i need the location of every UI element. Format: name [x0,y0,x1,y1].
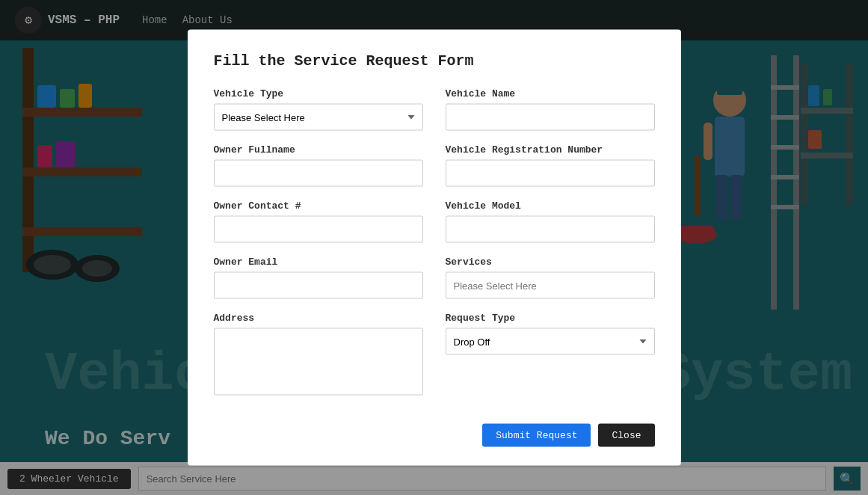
vehicle-model-label: Vehicle Model [446,200,655,212]
close-button[interactable]: Close [598,424,654,447]
services-input[interactable] [446,272,655,299]
vehicle-type-group: Vehicle Type Please Select Here 2 Wheele… [214,88,423,131]
vehicle-name-group: Vehicle Name [446,88,655,131]
vehicle-name-input[interactable] [446,104,655,131]
vehicle-name-label: Vehicle Name [446,88,655,99]
right-column: Vehicle Name Vehicle Registration Number… [446,88,655,413]
vehicle-reg-label: Vehicle Registration Number [446,144,655,156]
owner-contact-label: Owner Contact # [214,200,423,212]
owner-fullname-group: Owner Fullname [214,144,423,187]
left-column: Vehicle Type Please Select Here 2 Wheele… [214,88,423,413]
modal: Fill the Service Request Form Vehicle Ty… [188,30,681,466]
address-group: Address [214,313,423,399]
vehicle-reg-input[interactable] [446,160,655,187]
address-label: Address [214,313,423,324]
vehicle-type-label: Vehicle Type [214,88,423,99]
owner-email-input[interactable] [214,272,423,299]
modal-title: Fill the Service Request Form [214,52,655,70]
services-group: Services [446,256,655,299]
vehicle-model-group: Vehicle Model [446,200,655,243]
owner-fullname-input[interactable] [214,160,423,187]
owner-contact-input[interactable] [214,216,423,243]
request-type-group: Request Type Drop Off Pick Up [446,313,655,355]
owner-fullname-label: Owner Fullname [214,144,423,156]
address-textarea[interactable] [214,328,423,396]
request-type-select[interactable]: Drop Off Pick Up [446,328,655,355]
vehicle-model-input[interactable] [446,216,655,243]
request-type-label: Request Type [446,313,655,324]
modal-footer: Submit Request Close [214,424,655,447]
owner-email-group: Owner Email [214,256,423,299]
form-grid: Vehicle Type Please Select Here 2 Wheele… [214,88,655,413]
vehicle-type-select[interactable]: Please Select Here 2 Wheeler 3 Wheeler 4… [214,104,423,131]
services-label: Services [446,256,655,268]
vehicle-reg-group: Vehicle Registration Number [446,144,655,187]
submit-request-button[interactable]: Submit Request [482,424,591,447]
owner-email-label: Owner Email [214,256,423,268]
owner-contact-group: Owner Contact # [214,200,423,243]
